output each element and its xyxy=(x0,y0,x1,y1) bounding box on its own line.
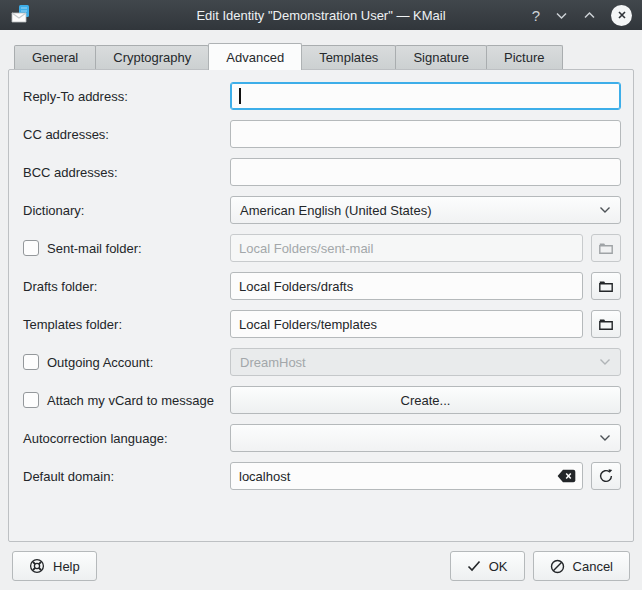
create-vcard-button[interactable]: Create... xyxy=(230,386,621,414)
titlebar[interactable]: Edit Identity "Demonstration User" — KMa… xyxy=(0,0,642,30)
cc-input[interactable] xyxy=(230,120,621,148)
outgoing-account-label: Outgoing Account: xyxy=(47,355,153,370)
templates-input[interactable] xyxy=(230,310,583,338)
slash-circle-icon xyxy=(550,559,565,574)
tab-bar: General Cryptography Advanced Templates … xyxy=(0,42,642,69)
vcard-checkbox[interactable] xyxy=(23,392,39,408)
outgoing-account-dropdown: DreamHost xyxy=(230,348,621,376)
close-icon xyxy=(617,10,627,20)
drafts-row: Drafts folder: xyxy=(23,272,621,300)
refresh-icon xyxy=(598,468,614,484)
drafts-folder-picker-button[interactable] xyxy=(591,272,621,300)
close-button[interactable] xyxy=(611,5,632,26)
autocorrection-label: Autocorrection language: xyxy=(23,431,230,446)
chevron-down-icon xyxy=(599,206,611,214)
tab-cryptography[interactable]: Cryptography xyxy=(95,45,209,69)
tab-templates[interactable]: Templates xyxy=(301,45,396,69)
dictionary-value: American English (United States) xyxy=(240,203,431,218)
default-domain-reset-button[interactable] xyxy=(591,462,621,490)
ok-button[interactable]: OK xyxy=(450,551,525,581)
chevron-down-icon xyxy=(555,11,568,20)
outgoing-account-row: Outgoing Account: DreamHost xyxy=(23,348,621,376)
folder-icon xyxy=(598,278,614,294)
bcc-label: BCC addresses: xyxy=(23,165,230,180)
sent-mail-row: Sent-mail folder: xyxy=(23,234,621,262)
vcard-label: Attach my vCard to message xyxy=(47,393,214,408)
lifebuoy-icon xyxy=(29,558,45,574)
bcc-input[interactable] xyxy=(230,158,621,186)
tab-general[interactable]: General xyxy=(14,45,96,69)
folder-icon xyxy=(598,316,614,332)
sent-mail-input xyxy=(230,234,583,262)
autocorrection-row: Autocorrection language: xyxy=(23,424,621,452)
backspace-clear-icon[interactable] xyxy=(557,469,576,483)
tab-signature[interactable]: Signature xyxy=(395,45,487,69)
advanced-tab-panel: Reply-To address: CC addresses: BCC addr… xyxy=(8,69,634,542)
tab-advanced[interactable]: Advanced xyxy=(208,43,302,70)
cancel-button[interactable]: Cancel xyxy=(533,551,630,581)
reply-to-row: Reply-To address: xyxy=(23,82,621,110)
cc-row: CC addresses: xyxy=(23,120,621,148)
bcc-row: BCC addresses: xyxy=(23,158,621,186)
autocorrection-dropdown[interactable] xyxy=(230,424,621,452)
dialog-button-box: Help OK Cancel xyxy=(12,551,630,581)
default-domain-label: Default domain: xyxy=(23,469,230,484)
maximize-button[interactable] xyxy=(583,11,596,20)
vcard-row: Attach my vCard to message Create... xyxy=(23,386,621,414)
templates-label: Templates folder: xyxy=(23,317,230,332)
sent-mail-checkbox[interactable] xyxy=(23,240,39,256)
kmail-envelope-icon xyxy=(10,4,32,26)
cc-label: CC addresses: xyxy=(23,127,230,142)
tab-picture[interactable]: Picture xyxy=(486,45,562,69)
default-domain-row: Default domain: xyxy=(23,462,621,490)
reply-to-input[interactable] xyxy=(230,82,621,110)
outgoing-account-value: DreamHost xyxy=(240,355,306,370)
titlebar-help-icon[interactable]: ? xyxy=(532,8,540,23)
folder-icon xyxy=(598,240,614,256)
templates-folder-picker-button[interactable] xyxy=(591,310,621,338)
chevron-down-icon xyxy=(599,434,611,442)
chevron-down-icon xyxy=(599,358,611,366)
help-button[interactable]: Help xyxy=(12,551,97,581)
templates-row: Templates folder: xyxy=(23,310,621,338)
outgoing-account-checkbox[interactable] xyxy=(23,354,39,370)
sent-mail-label: Sent-mail folder: xyxy=(47,241,142,256)
default-domain-input[interactable] xyxy=(230,462,583,490)
dictionary-row: Dictionary: American English (United Sta… xyxy=(23,196,621,224)
dictionary-dropdown[interactable]: American English (United States) xyxy=(230,196,621,224)
dictionary-label: Dictionary: xyxy=(23,203,230,218)
reply-to-label: Reply-To address: xyxy=(23,89,230,104)
sent-mail-folder-picker-button xyxy=(591,234,621,262)
minimize-button[interactable] xyxy=(555,11,568,20)
drafts-input[interactable] xyxy=(230,272,583,300)
drafts-label: Drafts folder: xyxy=(23,279,230,294)
check-icon xyxy=(467,560,481,572)
chevron-up-icon xyxy=(583,11,596,20)
